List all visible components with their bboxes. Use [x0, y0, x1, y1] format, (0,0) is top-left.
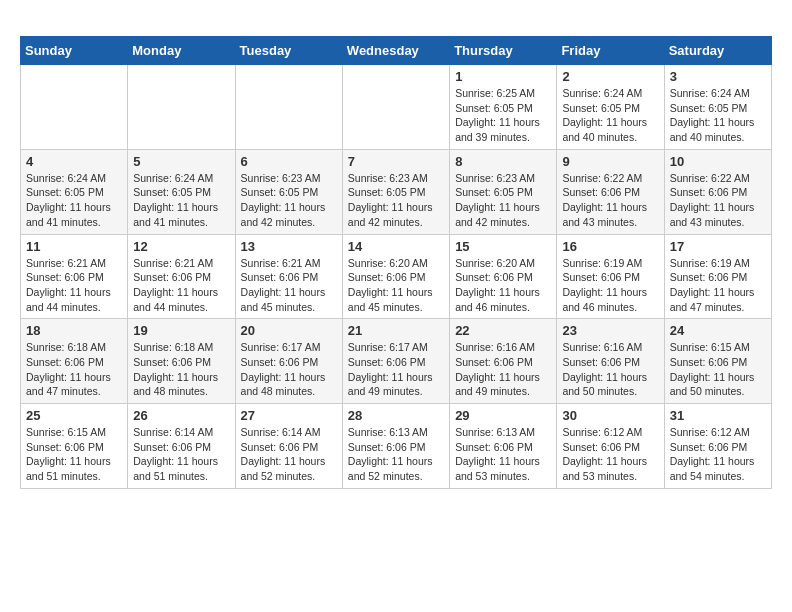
day-info: Sunrise: 6:20 AMSunset: 6:06 PMDaylight:… [455, 256, 551, 315]
calendar-cell: 16Sunrise: 6:19 AMSunset: 6:06 PMDayligh… [557, 234, 664, 319]
weekday-header-thursday: Thursday [450, 37, 557, 65]
day-number: 14 [348, 239, 444, 254]
day-number: 27 [241, 408, 337, 423]
day-info: Sunrise: 6:21 AMSunset: 6:06 PMDaylight:… [241, 256, 337, 315]
day-info: Sunrise: 6:19 AMSunset: 6:06 PMDaylight:… [670, 256, 766, 315]
week-row-2: 4Sunrise: 6:24 AMSunset: 6:05 PMDaylight… [21, 149, 772, 234]
calendar-cell: 21Sunrise: 6:17 AMSunset: 6:06 PMDayligh… [342, 319, 449, 404]
calendar-cell [128, 65, 235, 150]
day-info: Sunrise: 6:15 AMSunset: 6:06 PMDaylight:… [26, 425, 122, 484]
calendar-cell: 30Sunrise: 6:12 AMSunset: 6:06 PMDayligh… [557, 404, 664, 489]
day-number: 12 [133, 239, 229, 254]
calendar-cell: 27Sunrise: 6:14 AMSunset: 6:06 PMDayligh… [235, 404, 342, 489]
day-number: 11 [26, 239, 122, 254]
day-number: 23 [562, 323, 658, 338]
day-info: Sunrise: 6:17 AMSunset: 6:06 PMDaylight:… [348, 340, 444, 399]
week-row-1: 1Sunrise: 6:25 AMSunset: 6:05 PMDaylight… [21, 65, 772, 150]
calendar-cell: 31Sunrise: 6:12 AMSunset: 6:06 PMDayligh… [664, 404, 771, 489]
day-info: Sunrise: 6:22 AMSunset: 6:06 PMDaylight:… [670, 171, 766, 230]
calendar-cell: 9Sunrise: 6:22 AMSunset: 6:06 PMDaylight… [557, 149, 664, 234]
day-number: 10 [670, 154, 766, 169]
calendar-cell: 25Sunrise: 6:15 AMSunset: 6:06 PMDayligh… [21, 404, 128, 489]
calendar-cell: 19Sunrise: 6:18 AMSunset: 6:06 PMDayligh… [128, 319, 235, 404]
day-info: Sunrise: 6:17 AMSunset: 6:06 PMDaylight:… [241, 340, 337, 399]
day-number: 26 [133, 408, 229, 423]
weekday-header-row: SundayMondayTuesdayWednesdayThursdayFrid… [21, 37, 772, 65]
day-info: Sunrise: 6:25 AMSunset: 6:05 PMDaylight:… [455, 86, 551, 145]
day-info: Sunrise: 6:22 AMSunset: 6:06 PMDaylight:… [562, 171, 658, 230]
week-row-5: 25Sunrise: 6:15 AMSunset: 6:06 PMDayligh… [21, 404, 772, 489]
calendar-cell: 1Sunrise: 6:25 AMSunset: 6:05 PMDaylight… [450, 65, 557, 150]
day-info: Sunrise: 6:13 AMSunset: 6:06 PMDaylight:… [348, 425, 444, 484]
day-number: 29 [455, 408, 551, 423]
calendar-cell: 22Sunrise: 6:16 AMSunset: 6:06 PMDayligh… [450, 319, 557, 404]
calendar-cell: 15Sunrise: 6:20 AMSunset: 6:06 PMDayligh… [450, 234, 557, 319]
calendar-cell: 5Sunrise: 6:24 AMSunset: 6:05 PMDaylight… [128, 149, 235, 234]
day-info: Sunrise: 6:23 AMSunset: 6:05 PMDaylight:… [241, 171, 337, 230]
day-number: 4 [26, 154, 122, 169]
day-number: 3 [670, 69, 766, 84]
day-info: Sunrise: 6:19 AMSunset: 6:06 PMDaylight:… [562, 256, 658, 315]
calendar-cell: 18Sunrise: 6:18 AMSunset: 6:06 PMDayligh… [21, 319, 128, 404]
day-number: 18 [26, 323, 122, 338]
calendar-cell: 8Sunrise: 6:23 AMSunset: 6:05 PMDaylight… [450, 149, 557, 234]
calendar-cell [342, 65, 449, 150]
day-info: Sunrise: 6:21 AMSunset: 6:06 PMDaylight:… [26, 256, 122, 315]
day-info: Sunrise: 6:24 AMSunset: 6:05 PMDaylight:… [670, 86, 766, 145]
day-info: Sunrise: 6:14 AMSunset: 6:06 PMDaylight:… [133, 425, 229, 484]
day-info: Sunrise: 6:24 AMSunset: 6:05 PMDaylight:… [562, 86, 658, 145]
day-number: 20 [241, 323, 337, 338]
calendar-cell: 17Sunrise: 6:19 AMSunset: 6:06 PMDayligh… [664, 234, 771, 319]
day-number: 13 [241, 239, 337, 254]
day-number: 15 [455, 239, 551, 254]
day-info: Sunrise: 6:23 AMSunset: 6:05 PMDaylight:… [348, 171, 444, 230]
day-number: 30 [562, 408, 658, 423]
calendar-cell: 20Sunrise: 6:17 AMSunset: 6:06 PMDayligh… [235, 319, 342, 404]
day-info: Sunrise: 6:21 AMSunset: 6:06 PMDaylight:… [133, 256, 229, 315]
day-info: Sunrise: 6:15 AMSunset: 6:06 PMDaylight:… [670, 340, 766, 399]
calendar-cell: 23Sunrise: 6:16 AMSunset: 6:06 PMDayligh… [557, 319, 664, 404]
day-number: 24 [670, 323, 766, 338]
calendar-cell: 11Sunrise: 6:21 AMSunset: 6:06 PMDayligh… [21, 234, 128, 319]
weekday-header-sunday: Sunday [21, 37, 128, 65]
day-number: 22 [455, 323, 551, 338]
weekday-header-friday: Friday [557, 37, 664, 65]
day-number: 8 [455, 154, 551, 169]
calendar-cell: 12Sunrise: 6:21 AMSunset: 6:06 PMDayligh… [128, 234, 235, 319]
day-number: 9 [562, 154, 658, 169]
day-info: Sunrise: 6:18 AMSunset: 6:06 PMDaylight:… [26, 340, 122, 399]
day-number: 21 [348, 323, 444, 338]
calendar-cell [235, 65, 342, 150]
day-info: Sunrise: 6:16 AMSunset: 6:06 PMDaylight:… [455, 340, 551, 399]
calendar-cell: 2Sunrise: 6:24 AMSunset: 6:05 PMDaylight… [557, 65, 664, 150]
day-number: 25 [26, 408, 122, 423]
calendar-cell: 6Sunrise: 6:23 AMSunset: 6:05 PMDaylight… [235, 149, 342, 234]
day-number: 6 [241, 154, 337, 169]
day-number: 28 [348, 408, 444, 423]
calendar-cell: 29Sunrise: 6:13 AMSunset: 6:06 PMDayligh… [450, 404, 557, 489]
day-number: 7 [348, 154, 444, 169]
day-info: Sunrise: 6:20 AMSunset: 6:06 PMDaylight:… [348, 256, 444, 315]
day-info: Sunrise: 6:23 AMSunset: 6:05 PMDaylight:… [455, 171, 551, 230]
day-number: 2 [562, 69, 658, 84]
calendar-cell [21, 65, 128, 150]
day-info: Sunrise: 6:18 AMSunset: 6:06 PMDaylight:… [133, 340, 229, 399]
day-number: 5 [133, 154, 229, 169]
day-number: 17 [670, 239, 766, 254]
day-info: Sunrise: 6:24 AMSunset: 6:05 PMDaylight:… [133, 171, 229, 230]
day-number: 31 [670, 408, 766, 423]
calendar-cell: 7Sunrise: 6:23 AMSunset: 6:05 PMDaylight… [342, 149, 449, 234]
calendar-cell: 3Sunrise: 6:24 AMSunset: 6:05 PMDaylight… [664, 65, 771, 150]
weekday-header-tuesday: Tuesday [235, 37, 342, 65]
calendar-cell: 26Sunrise: 6:14 AMSunset: 6:06 PMDayligh… [128, 404, 235, 489]
day-number: 1 [455, 69, 551, 84]
calendar-cell: 4Sunrise: 6:24 AMSunset: 6:05 PMDaylight… [21, 149, 128, 234]
day-info: Sunrise: 6:12 AMSunset: 6:06 PMDaylight:… [670, 425, 766, 484]
calendar-cell: 14Sunrise: 6:20 AMSunset: 6:06 PMDayligh… [342, 234, 449, 319]
weekday-header-saturday: Saturday [664, 37, 771, 65]
day-info: Sunrise: 6:16 AMSunset: 6:06 PMDaylight:… [562, 340, 658, 399]
day-info: Sunrise: 6:14 AMSunset: 6:06 PMDaylight:… [241, 425, 337, 484]
day-info: Sunrise: 6:24 AMSunset: 6:05 PMDaylight:… [26, 171, 122, 230]
calendar-cell: 28Sunrise: 6:13 AMSunset: 6:06 PMDayligh… [342, 404, 449, 489]
week-row-3: 11Sunrise: 6:21 AMSunset: 6:06 PMDayligh… [21, 234, 772, 319]
